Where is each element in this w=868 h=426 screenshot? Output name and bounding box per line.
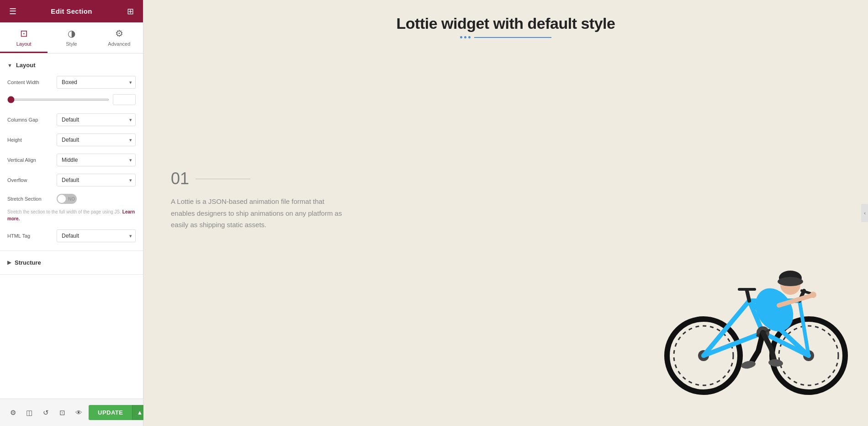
width-slider-row: [0, 92, 143, 110]
layout-section-group: ▼ Layout Content Width Boxed Full Width …: [0, 53, 143, 251]
stretch-section-label: Stretch Section: [7, 196, 53, 202]
structure-section-header[interactable]: ▶ Structure: [0, 256, 143, 270]
section-number: 01: [171, 169, 344, 188]
toggle-no-label: NO: [68, 197, 75, 202]
layout-section-header[interactable]: ▼ Layout: [0, 58, 143, 72]
layout-tab-label: Layout: [16, 41, 32, 47]
bicycle-illustration: [658, 241, 850, 399]
structure-section-label: Structure: [15, 259, 41, 266]
overflow-control: Default Hidden ▾: [57, 174, 136, 186]
html-tag-select[interactable]: Default header footer main article secti…: [57, 229, 136, 242]
columns-gap-label: Columns Gap: [7, 117, 53, 123]
stretch-description: Stretch the section to the full width of…: [7, 209, 121, 214]
content-width-row: Content Width Boxed Full Width ▾: [0, 72, 143, 92]
overflow-row: Overflow Default Hidden ▾: [0, 170, 143, 190]
height-row: Height Default Fit to Screen Min Height …: [0, 130, 143, 150]
style-tab-icon: ◑: [68, 28, 75, 39]
html-tag-row: HTML Tag Default header footer main arti…: [0, 226, 143, 246]
vertical-align-select[interactable]: Top Middle Bottom: [57, 154, 136, 166]
vertical-align-control: Top Middle Bottom ▾: [57, 154, 136, 166]
html-tag-control: Default header footer main article secti…: [57, 229, 136, 242]
layout-chevron-icon: ▼: [7, 63, 12, 68]
section-text: A Lottie is a JSON-based animation file …: [171, 196, 344, 231]
tab-style[interactable]: ◑ Style: [48, 22, 95, 53]
svg-line-26: [752, 351, 758, 362]
dot-1: [460, 36, 462, 38]
dot-3: [468, 36, 471, 38]
main-area: ‹ Lottie widget with default style 01 A …: [143, 0, 868, 426]
columns-gap-select[interactable]: Default No Gap Narrow Extended Wide: [57, 113, 136, 126]
stretch-toggle[interactable]: NO: [57, 194, 77, 204]
svg-line-15: [747, 291, 749, 301]
svg-point-24: [810, 292, 816, 298]
title-divider: [460, 36, 551, 38]
height-control: Default Fit to Screen Min Height ▾: [57, 133, 136, 146]
dots-group: [460, 36, 471, 38]
menu-icon[interactable]: ☰: [6, 5, 19, 18]
section-01-content: 01 A Lottie is a JSON-based animation fi…: [171, 169, 344, 231]
stretch-section-row: Stretch Section NO: [0, 190, 143, 208]
tab-advanced[interactable]: ⚙ Advanced: [95, 22, 143, 53]
vertical-align-row: Vertical Align Top Middle Bottom ▾: [0, 150, 143, 170]
update-btn-group: UPDATE ▲: [89, 405, 147, 420]
svg-line-29: [771, 349, 774, 360]
toggle-knob: [58, 195, 66, 203]
svg-point-22: [778, 277, 803, 286]
divider-line: [474, 37, 551, 38]
layout-section-label: Layout: [16, 62, 36, 69]
advanced-tab-label: Advanced: [108, 41, 130, 47]
panel-title: Edit Section: [51, 7, 92, 15]
settings-icon-btn[interactable]: ⚙: [5, 405, 20, 420]
width-slider[interactable]: [7, 99, 109, 101]
structure-section-group: ▶ Structure: [0, 251, 143, 275]
left-panel: ☰ Edit Section ⊞ ⊡ Layout ◑ Style ⚙ Adva…: [0, 0, 143, 426]
columns-gap-row: Columns Gap Default No Gap Narrow Extend…: [0, 110, 143, 130]
style-tab-label: Style: [66, 41, 77, 47]
panel-bottom-toolbar: ⚙ ◫ ↺ ⊡ 👁 UPDATE ▲: [0, 399, 143, 426]
grid-icon[interactable]: ⊞: [124, 5, 137, 18]
dot-2: [464, 36, 466, 38]
panel-content: ▼ Layout Content Width Boxed Full Width …: [0, 53, 143, 399]
columns-gap-control: Default No Gap Narrow Extended Wide ▾: [57, 113, 136, 126]
content-width-select[interactable]: Boxed Full Width: [57, 76, 136, 89]
panel-header: ☰ Edit Section ⊞: [0, 0, 143, 22]
stretch-toggle-wrapper: NO: [57, 194, 136, 204]
advanced-tab-icon: ⚙: [115, 28, 123, 39]
content-width-control: Boxed Full Width ▾: [57, 76, 136, 89]
bicycle-svg: [658, 241, 850, 397]
section-number-text: 01: [171, 169, 189, 188]
tab-layout[interactable]: ⊡ Layout: [0, 22, 48, 53]
html-tag-label: HTML Tag: [7, 233, 53, 239]
height-label: Height: [7, 137, 53, 143]
stretch-section-control: NO: [57, 194, 136, 204]
height-select[interactable]: Default Fit to Screen Min Height: [57, 133, 136, 146]
layers-icon-btn[interactable]: ◫: [22, 405, 37, 420]
overflow-select[interactable]: Default Hidden: [57, 174, 136, 186]
overflow-label: Overflow: [7, 177, 53, 183]
width-slider-input[interactable]: [113, 94, 136, 105]
collapse-handle[interactable]: ‹: [861, 204, 868, 222]
content-width-label: Content Width: [7, 79, 53, 85]
stretch-info-text: Stretch the section to the full width of…: [0, 208, 143, 226]
number-line: [196, 179, 250, 179]
responsive-icon-btn[interactable]: ⊡: [55, 405, 69, 420]
vertical-align-label: Vertical Align: [7, 157, 53, 163]
layout-tab-icon: ⊡: [20, 28, 28, 39]
history-icon-btn[interactable]: ↺: [38, 405, 53, 420]
structure-chevron-icon: ▶: [7, 260, 11, 266]
update-button[interactable]: UPDATE: [89, 405, 132, 420]
panel-tabs: ⊡ Layout ◑ Style ⚙ Advanced: [0, 22, 143, 53]
preview-icon-btn[interactable]: 👁: [71, 405, 86, 420]
page-title: Lottie widget with default style: [143, 0, 868, 32]
